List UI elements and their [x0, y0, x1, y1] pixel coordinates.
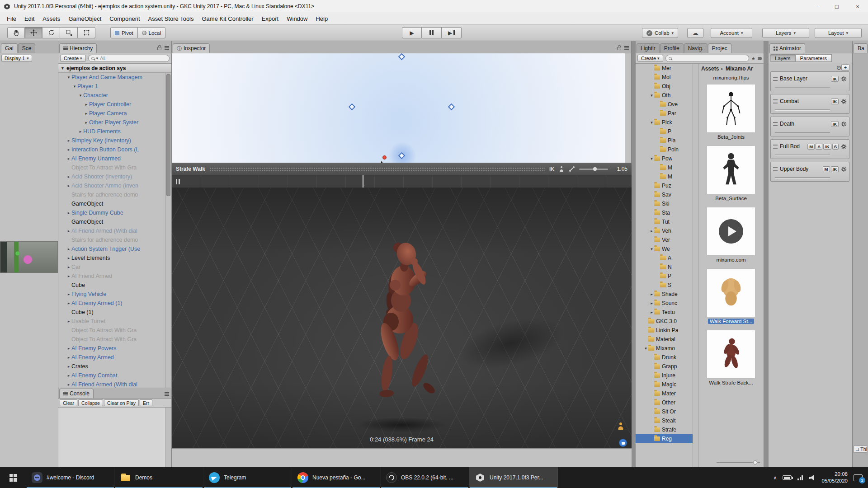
inspector-scrollbar[interactable] [625, 53, 631, 163]
drag-handle-icon[interactable] [773, 77, 778, 81]
hierarchy-item[interactable]: Single Dummy Cube [58, 208, 165, 217]
hierarchy-item[interactable]: AI Friend Armed (With dial [58, 380, 165, 388]
menu-item[interactable]: Edit [20, 15, 38, 22]
project-folder-row[interactable]: Pla [636, 136, 693, 145]
blend-parameter-dot[interactable] [382, 155, 387, 160]
taskbar-app[interactable]: Telegram [203, 467, 292, 488]
project-folder-row[interactable]: Ver [636, 235, 693, 244]
hierarchy-item[interactable]: Player Controller [58, 100, 165, 109]
scale-tool-button[interactable] [60, 27, 78, 38]
blend-motion-point[interactable] [398, 53, 406, 61]
foldout-icon[interactable] [78, 93, 83, 98]
project-asset[interactable]: Walk Strafe Back... [703, 330, 760, 385]
console-log-area[interactable] [58, 408, 165, 467]
project-folder-row[interactable]: Oth [636, 91, 693, 100]
play-button[interactable]: ▶ [402, 27, 422, 38]
hierarchy-item[interactable]: Object To Attract With Gra [58, 335, 165, 344]
project-folder-row[interactable]: P [636, 127, 693, 136]
project-folder-row[interactable]: Drunk [636, 353, 693, 362]
foldout-icon[interactable] [649, 93, 654, 98]
foldout-icon[interactable] [649, 247, 654, 251]
foldout-icon[interactable] [66, 292, 71, 296]
project-folder-row[interactable]: Sta [636, 208, 693, 217]
project-folder-row[interactable]: Grapp [636, 362, 693, 371]
hierarchy-item[interactable]: Car [58, 263, 165, 272]
gear-icon[interactable] [841, 121, 847, 127]
preview-header[interactable]: Strafe Walk IK 1.05 [172, 163, 632, 175]
foldout-icon[interactable] [66, 373, 71, 378]
project-asset[interactable]: Walk Forward St... [703, 268, 760, 324]
hierarchy-item[interactable]: Cube (1) [58, 308, 165, 317]
foldout-icon[interactable] [66, 229, 71, 233]
blend-motion-point[interactable] [349, 103, 356, 111]
scrollbar-thumb[interactable] [625, 53, 631, 99]
preview-speed-slider[interactable] [579, 169, 608, 170]
foldout-icon[interactable] [66, 75, 71, 80]
thumbnail-size-slider[interactable] [717, 460, 760, 465]
gear-icon[interactable] [841, 76, 847, 82]
animator-subtab[interactable]: Parameters [796, 54, 832, 62]
project-folder-row[interactable]: Material [636, 335, 693, 344]
eye-icon[interactable]: ⊙ [836, 64, 841, 71]
project-folder-row[interactable]: GKC 3.0 [636, 317, 693, 326]
hierarchy-item[interactable]: Player 1 [58, 82, 165, 91]
project-folder-row[interactable]: Sounc [636, 299, 693, 308]
foldout-icon[interactable] [66, 364, 71, 369]
project-folder-row[interactable]: Mater [636, 389, 693, 398]
hierarchy-item[interactable]: Cube [58, 281, 165, 290]
preview-character-model[interactable] [336, 230, 472, 442]
tray-expand-icon[interactable]: ∧ [773, 475, 777, 481]
project-folder-row[interactable]: Poin [636, 145, 693, 154]
animation-preview-viewport[interactable]: 0:24 (038.6%) Frame 24 [172, 188, 632, 448]
drag-handle-icon[interactable] [773, 167, 778, 171]
taskbar-clock[interactable]: 20:08 05/05/2020 [821, 471, 848, 484]
rect-tool-button[interactable] [78, 27, 95, 38]
foldout-icon[interactable] [66, 256, 71, 260]
tab-hierarchy[interactable]: Hierarchy [59, 43, 97, 53]
taskbar-app[interactable]: #welcome - Discord [26, 467, 115, 488]
project-folder-row[interactable]: Magic [636, 380, 693, 389]
project-folder-row[interactable]: Pick [636, 118, 693, 127]
menu-item[interactable]: Help [311, 15, 332, 22]
tab-animator[interactable]: Animator [769, 43, 805, 53]
foldout-icon[interactable] [66, 265, 71, 269]
project-folder-row[interactable]: P [636, 272, 693, 281]
local-toggle-button[interactable]: Local [138, 27, 166, 38]
animator-layer[interactable]: Base Layer IK [770, 71, 849, 91]
console-button[interactable]: Err [140, 399, 152, 406]
project-asset[interactable]: Beta_Surface [703, 145, 760, 201]
foldout-icon[interactable] [66, 147, 71, 152]
drag-handle-icon[interactable] [773, 99, 778, 103]
foldout-icon[interactable] [84, 120, 89, 125]
console-scrollbar[interactable] [165, 408, 171, 467]
panel-tab[interactable]: Profile [660, 43, 684, 53]
project-folder-row[interactable]: Par [636, 109, 693, 118]
project-folder-row[interactable]: Obj [636, 82, 693, 91]
lock-icon[interactable] [617, 47, 621, 50]
tab-console[interactable]: Console [59, 389, 94, 398]
foldout-icon[interactable] [66, 355, 71, 360]
foldout-icon[interactable] [66, 211, 71, 215]
hierarchy-scrollbar[interactable] [165, 73, 171, 388]
project-folder-row[interactable]: M [636, 163, 693, 172]
project-folder-row[interactable]: Textu [636, 308, 693, 317]
menu-item[interactable]: Window [283, 15, 311, 22]
project-folder-row[interactable]: Strafe [636, 425, 693, 434]
volume-icon[interactable] [809, 475, 816, 481]
layer-badge[interactable]: IK [831, 121, 839, 127]
project-asset[interactable]: mixamo.com [703, 207, 760, 263]
layer-badge[interactable]: IK [831, 76, 839, 82]
hand-tool-button[interactable] [7, 27, 25, 38]
hierarchy-item[interactable]: Action System Trigger (Use [58, 244, 165, 253]
animator-layer[interactable]: Combat IK [770, 94, 849, 114]
foldout-icon[interactable] [84, 102, 89, 107]
asset-bundle-icon[interactable] [619, 439, 627, 447]
collab-dropdown[interactable]: ✓Collab▾ [642, 28, 678, 38]
menu-item[interactable]: Asset Store Tools [144, 15, 198, 22]
project-folder-row[interactable]: S [636, 281, 693, 290]
panel-menu-icon[interactable] [165, 392, 169, 396]
label-icon[interactable] [758, 57, 762, 60]
project-folder-row[interactable]: Linkin Pa [636, 326, 693, 335]
hierarchy-item[interactable]: Crates [58, 362, 165, 371]
project-folder-row[interactable]: N [636, 263, 693, 272]
